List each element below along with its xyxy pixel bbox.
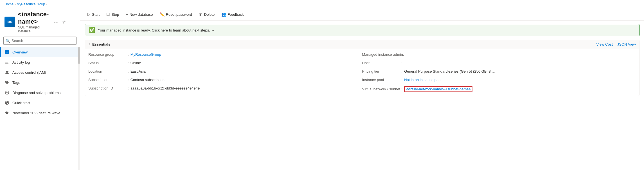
essentials-right-col: Managed instance admin : Host : Pricing … bbox=[362, 52, 636, 92]
stop-icon: ☐ bbox=[106, 12, 110, 17]
breadcrumb-home[interactable]: Home bbox=[4, 2, 13, 6]
november-wave-label: November 2022 feature wave bbox=[12, 111, 60, 115]
field-status: Status : Online bbox=[88, 61, 362, 67]
diagnose-icon bbox=[4, 90, 10, 95]
pin-button[interactable]: ⊹ bbox=[53, 19, 59, 25]
sidebar-item-activity-log[interactable]: Activity log bbox=[0, 57, 80, 67]
resource-group-value[interactable]: MyResourceGroup bbox=[130, 52, 161, 57]
instance-pool-label: Instance pool bbox=[362, 78, 402, 82]
view-cost-link[interactable]: View Cost bbox=[596, 42, 613, 46]
more-button[interactable]: ··· bbox=[69, 19, 75, 25]
essentials-left-col: Resource group : MyResourceGroup Status … bbox=[88, 52, 362, 92]
essentials-section: ∧ Essentials View Cost JSON View Resourc… bbox=[85, 40, 640, 96]
svg-rect-5 bbox=[5, 62, 8, 62]
svg-rect-1 bbox=[7, 50, 9, 52]
alert-message: Your managed instance is ready. Click he… bbox=[98, 28, 215, 32]
breadcrumb: Home › MyResourceGroup › bbox=[0, 0, 644, 8]
diagnose-label: Diagnose and solve problems bbox=[12, 91, 60, 95]
svg-point-8 bbox=[8, 72, 9, 73]
host-label: Host bbox=[362, 61, 402, 65]
feedback-button[interactable]: 👥 Feedback bbox=[219, 11, 246, 18]
essentials-header-links: View Cost JSON View bbox=[596, 42, 636, 46]
field-pricing-tier: Pricing tier : General Purpose Standard-… bbox=[362, 69, 636, 75]
svg-point-10 bbox=[6, 81, 6, 82]
svg-rect-6 bbox=[5, 63, 8, 64]
search-icon: 🔍 bbox=[6, 39, 10, 43]
access-control-icon bbox=[4, 70, 10, 75]
location-value: East Asia bbox=[130, 69, 146, 73]
field-subscription: Subscription : Contoso subscription bbox=[88, 78, 362, 84]
breadcrumb-chevron-2: › bbox=[46, 3, 47, 6]
feedback-icon: 👥 bbox=[221, 12, 226, 17]
breadcrumb-resource-group[interactable]: MyResourceGroup bbox=[17, 2, 45, 6]
status-value: Online bbox=[130, 61, 141, 65]
location-label: Location bbox=[88, 69, 128, 73]
essentials-title-row: ∧ Essentials bbox=[88, 42, 110, 46]
search-input[interactable] bbox=[3, 37, 76, 45]
november-wave-icon bbox=[4, 110, 10, 115]
mi-admin-label: Managed instance admin bbox=[362, 52, 403, 57]
subscription-label: Subscription bbox=[88, 78, 128, 82]
alert-check-icon: ✅ bbox=[89, 27, 95, 33]
start-icon: ▷ bbox=[87, 12, 91, 17]
search-container: 🔍 bbox=[3, 37, 76, 45]
delete-label: Delete bbox=[204, 12, 215, 17]
start-label: Start bbox=[92, 12, 100, 17]
sidebar-item-overview[interactable]: Overview bbox=[0, 47, 80, 57]
toolbar: ▷ Start ☐ Stop + New database ✏️ Reset p… bbox=[80, 8, 644, 21]
sql-icon-text: SQL bbox=[7, 21, 12, 23]
start-button[interactable]: ▷ Start bbox=[85, 11, 102, 18]
feedback-label: Feedback bbox=[228, 12, 244, 17]
vnet-subnet-value[interactable]: <virtual-network-name>/<subnet-name> bbox=[404, 86, 472, 92]
scrollbar-track[interactable] bbox=[78, 47, 80, 170]
delete-icon: 🗑 bbox=[199, 12, 203, 17]
vnet-subnet-label: Virtual network / subnet bbox=[362, 87, 402, 91]
svg-rect-2 bbox=[5, 52, 7, 54]
essentials-title: Essentials bbox=[92, 42, 110, 46]
sidebar-item-tags[interactable]: Tags bbox=[0, 77, 80, 88]
favorite-button[interactable]: ☆ bbox=[61, 19, 67, 25]
sidebar-item-quick-start[interactable]: Quick start bbox=[0, 98, 80, 108]
essentials-collapse-icon[interactable]: ∧ bbox=[88, 42, 91, 46]
json-view-link[interactable]: JSON View bbox=[617, 42, 636, 46]
access-control-label: Access control (IAM) bbox=[12, 70, 46, 75]
status-label: Status bbox=[88, 61, 128, 65]
overview-label: Overview bbox=[12, 50, 28, 54]
svg-rect-0 bbox=[5, 50, 7, 52]
alert-banner[interactable]: ✅ Your managed instance is ready. Click … bbox=[85, 24, 640, 36]
pricing-tier-label: Pricing tier bbox=[362, 69, 402, 73]
sidebar-nav: Overview Activity log Access control (IA… bbox=[0, 47, 80, 170]
svg-rect-4 bbox=[5, 61, 9, 61]
scrollbar-thumb[interactable] bbox=[78, 47, 80, 64]
stop-button[interactable]: ☐ Stop bbox=[103, 11, 122, 18]
field-resource-group: Resource group : MyResourceGroup bbox=[88, 52, 362, 59]
resource-subtitle: SQL managed instance bbox=[18, 25, 50, 33]
field-instance-pool: Instance pool : Not in an instance pool bbox=[362, 78, 636, 84]
instance-pool-value[interactable]: Not in an instance pool bbox=[404, 78, 441, 82]
reset-password-button[interactable]: ✏️ Reset password bbox=[157, 11, 195, 18]
subscription-id-value: aaaa0a0a-bb1b-cc2c-dd3d-eeeeee4e4e4e bbox=[130, 86, 200, 90]
activity-log-icon bbox=[4, 60, 10, 65]
resource-group-label: Resource group bbox=[88, 52, 128, 57]
sidebar-item-access-control[interactable]: Access control (IAM) bbox=[0, 67, 80, 77]
new-database-button[interactable]: + New database bbox=[123, 11, 156, 18]
reset-password-label: Reset password bbox=[166, 12, 192, 17]
field-vnet-subnet: Virtual network / subnet : <virtual-netw… bbox=[362, 86, 636, 92]
pricing-tier-value: General Purpose Standard-series (Gen 5) … bbox=[404, 69, 495, 73]
sidebar-item-diagnose[interactable]: Diagnose and solve problems bbox=[0, 88, 80, 98]
reset-password-icon: ✏️ bbox=[160, 12, 165, 17]
resource-title-block: <instance-name> SQL managed instance bbox=[18, 11, 50, 33]
sidebar-item-november-wave[interactable]: November 2022 feature wave bbox=[0, 108, 80, 118]
sidebar: SQL <instance-name> SQL managed instance… bbox=[0, 8, 80, 170]
delete-button[interactable]: 🗑 Delete bbox=[196, 11, 218, 18]
activity-log-label: Activity log bbox=[12, 60, 30, 64]
essentials-header: ∧ Essentials View Cost JSON View bbox=[85, 40, 639, 49]
new-database-icon: + bbox=[126, 12, 128, 17]
stop-label: Stop bbox=[111, 12, 119, 17]
essentials-grid: Resource group : MyResourceGroup Status … bbox=[85, 49, 639, 96]
resource-actions: ⊹ ☆ ··· bbox=[53, 19, 75, 25]
overview-icon bbox=[4, 50, 10, 55]
content-area: ▷ Start ☐ Stop + New database ✏️ Reset p… bbox=[80, 8, 644, 170]
tags-label: Tags bbox=[12, 80, 20, 85]
svg-point-7 bbox=[6, 71, 8, 72]
